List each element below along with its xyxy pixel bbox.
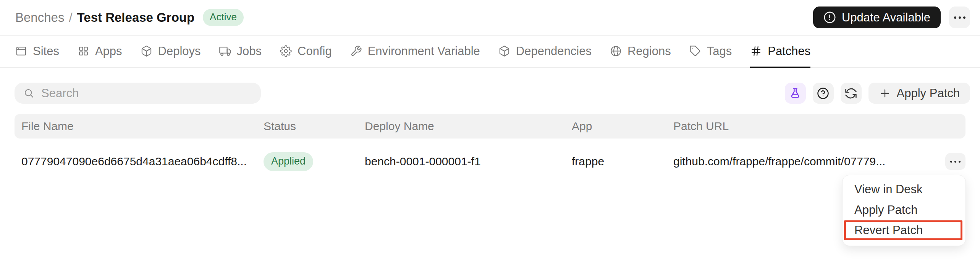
menu-item-revert-patch[interactable]: Revert Patch [844,220,962,240]
gear-icon [280,45,292,57]
tab-label: Deploys [158,44,201,58]
apply-patch-button[interactable]: Apply Patch [868,83,970,104]
row-context-menu: View in Desk Apply Patch Revert Patch [843,175,965,246]
cell-file-name: 07779047090e6d6675d4a31aea06b4cdff8... [21,155,264,168]
column-file-name: File Name [21,120,264,133]
tab-bar: Sites Apps Deploys Jobs Config Environme… [0,36,980,68]
page-title: Test Release Group [77,10,195,25]
column-status: Status [264,120,365,133]
header-more-button[interactable] [949,7,970,28]
update-available-button[interactable]: Update Available [813,7,941,28]
breadcrumb-parent[interactable]: Benches [15,10,64,25]
help-button[interactable] [813,83,834,104]
tab-jobs[interactable]: Jobs [219,36,262,68]
box-icon [498,45,510,57]
table-header: File Name Status Deploy Name App Patch U… [15,114,965,139]
tab-label: Config [298,44,332,58]
alert-circle-icon [823,11,836,24]
experimental-flask-button[interactable] [785,83,806,104]
toolbar: Apply Patch [15,83,970,104]
ellipsis-icon [950,161,961,163]
truck-icon [219,45,231,57]
window-icon [15,45,27,57]
plus-icon [879,87,891,99]
tab-tags[interactable]: Tags [689,36,732,68]
menu-item-view-in-desk[interactable]: View in Desk [843,179,965,200]
applied-status-badge: Applied [264,152,313,171]
tab-config[interactable]: Config [280,36,332,68]
column-patch-url: Patch URL [673,120,965,133]
update-available-label: Update Available [842,11,930,24]
tab-sites[interactable]: Sites [15,36,59,68]
tab-label: Jobs [237,44,262,58]
grid-icon [78,45,89,57]
page-header: Benches / Test Release Group Active Upda… [0,0,980,36]
package-icon [141,45,152,57]
column-deploy-name: Deploy Name [365,120,572,133]
cell-deploy-name: bench-0001-000001-f1 [365,155,572,168]
tab-label: Sites [33,44,59,58]
search-input[interactable] [41,86,252,100]
breadcrumb: Benches / Test Release Group [15,10,194,25]
status-badge: Active [203,9,244,26]
ellipsis-icon [954,16,965,19]
table-row[interactable]: 07779047090e6d6675d4a31aea06b4cdff8... A… [15,139,965,184]
cell-patch-url: github.com/frappe/frappe/commit/07779... [673,155,965,168]
tab-deploys[interactable]: Deploys [141,36,201,68]
tab-label: Patches [768,44,810,58]
row-more-button[interactable] [945,153,965,170]
tag-icon [689,45,701,57]
flask-icon [789,87,801,99]
tab-label: Environment Variable [368,44,480,58]
tab-regions[interactable]: Regions [610,36,671,68]
tab-label: Dependencies [516,44,592,58]
help-circle-icon [817,87,830,100]
cell-app: frappe [572,155,673,168]
apply-patch-label: Apply Patch [897,86,960,100]
menu-item-apply-patch[interactable]: Apply Patch [843,200,965,220]
patches-table: File Name Status Deploy Name App Patch U… [15,114,965,184]
tab-label: Apps [95,44,122,58]
column-app: App [572,120,673,133]
tab-environment-variable[interactable]: Environment Variable [350,36,480,68]
search-box[interactable] [15,83,261,104]
tab-label: Regions [627,44,671,58]
search-icon [23,88,35,99]
refresh-button[interactable] [841,83,862,104]
tab-apps[interactable]: Apps [78,36,122,68]
tab-label: Tags [707,44,732,58]
tab-patches[interactable]: Patches [750,36,810,68]
tab-dependencies[interactable]: Dependencies [498,36,592,68]
wrench-icon [350,45,362,57]
refresh-icon [844,87,857,100]
breadcrumb-separator: / [69,10,72,25]
hash-icon [750,45,762,57]
globe-icon [610,45,622,57]
